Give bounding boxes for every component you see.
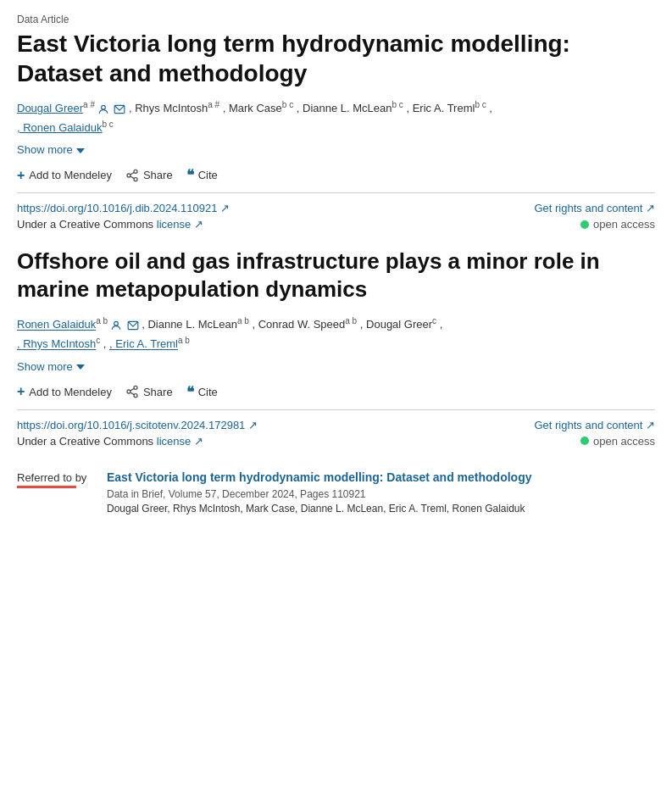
share-icon-2 [125,385,139,398]
author-ronen-1[interactable]: , Ronen Galaiduk [17,121,102,134]
doi-arrow-icon-1: ↗ [220,202,230,214]
plus-icon-2: + [17,384,25,399]
share-icon-1 [125,169,139,182]
svg-line-6 [131,172,135,175]
open-access-dot-1 [580,220,589,229]
authors-2: Ronen Galaiduka b , Dianne L. McLeana b … [17,314,655,353]
article-1: Data Article East Victoria long term hyd… [17,14,655,231]
add-mendeley-button-1[interactable]: + Add to Mendeley [17,168,112,183]
rights-arrow-icon-1: ↗ [646,202,655,214]
show-more-1[interactable]: Show more [17,143,85,156]
open-access-badge-1: open access [580,218,655,231]
article-type-1: Data Article [17,14,655,25]
svg-point-3 [127,174,131,177]
referred-underline [17,486,76,488]
doi-link-1[interactable]: https://doi.org/10.1016/j.dib.2024.11092… [17,202,230,214]
chevron-down-icon-1 [76,148,85,153]
action-bar-1: + Add to Mendeley Share ❝ Cite [17,166,655,193]
author-eric-2[interactable]: , Eric A. Treml [109,338,178,351]
show-more-2[interactable]: Show more [17,360,85,373]
cite-quotes-icon-1: ❝ [186,166,194,184]
author-rhys-2[interactable]: , Rhys McIntosh [17,338,96,351]
svg-point-9 [134,386,137,389]
doi-link-2[interactable]: https://doi.org/10.1016/j.scitotenv.2024… [17,419,258,431]
chevron-down-icon-2 [76,364,85,370]
license-text-1: Under a Creative Commons license ↗ [17,218,203,231]
author-ronen-2[interactable]: Ronen Galaiduk [17,319,96,331]
article-title-2: Offshore oil and gas infrastructure play… [17,248,655,303]
doi-arrow-icon-2: ↗ [248,419,258,431]
doi-row-2: https://doi.org/10.1016/j.scitotenv.2024… [17,419,655,431]
license-arrow-icon-1: ↗ [194,218,203,231]
svg-line-13 [131,388,135,391]
referred-authors: Dougal Greer, Rhys McIntosh, Mark Case, … [107,503,655,515]
add-mendeley-button-2[interactable]: + Add to Mendeley [17,384,112,399]
share-button-2[interactable]: Share [125,385,173,398]
svg-point-7 [114,321,119,325]
rights-link-1[interactable]: Get rights and content ↗ [534,202,655,214]
svg-line-5 [131,176,135,179]
action-bar-2: + Add to Mendeley Share ❝ Cite [17,383,655,410]
plus-icon-1: + [17,168,25,183]
svg-point-11 [134,394,137,398]
author-dougal-greer-1[interactable]: Dougal Greer [17,102,83,114]
svg-point-10 [127,390,131,393]
cite-quotes-icon-2: ❝ [186,383,194,401]
license-arrow-icon-2: ↗ [194,435,203,448]
svg-line-12 [131,392,135,395]
referred-article-link[interactable]: East Victoria long term hydrodynamic mod… [107,470,655,485]
email-icon-1 [114,103,125,115]
referred-label-container: Referred to by [17,470,93,515]
svg-point-0 [101,105,105,109]
license-row-2: Under a Creative Commons license ↗ open … [17,435,655,448]
referred-journal: Data in Brief, Volume 57, December 2024,… [107,488,655,500]
person-icon-2 [110,320,122,331]
referred-label: Referred to by [17,470,93,484]
svg-point-2 [134,170,137,173]
doi-row-1: https://doi.org/10.1016/j.dib.2024.11092… [17,202,655,214]
open-access-badge-2: open access [580,435,655,448]
article-title-1: East Victoria long term hydrodynamic mod… [17,29,655,88]
article-2: Offshore oil and gas infrastructure play… [17,248,655,447]
license-text-2: Under a Creative Commons license ↗ [17,435,203,448]
svg-point-4 [134,177,137,181]
cite-button-2[interactable]: ❝ Cite [186,383,218,401]
license-link-1[interactable]: license ↗ [157,218,203,231]
share-button-1[interactable]: Share [125,169,173,182]
license-row-1: Under a Creative Commons license ↗ open … [17,218,655,231]
cite-button-1[interactable]: ❝ Cite [186,166,218,184]
referred-content: East Victoria long term hydrodynamic mod… [107,470,655,515]
license-link-2[interactable]: license ↗ [157,435,203,448]
authors-1: Dougal Greera # , Rhys McIntosha # , Mar… [17,98,655,137]
person-icon-1 [97,103,109,115]
rights-arrow-icon-2: ↗ [646,419,655,431]
rights-link-2[interactable]: Get rights and content ↗ [534,419,655,431]
open-access-dot-2 [580,437,589,445]
referred-to-by-section: Referred to by East Victoria long term h… [17,465,655,515]
email-icon-2 [127,320,139,331]
